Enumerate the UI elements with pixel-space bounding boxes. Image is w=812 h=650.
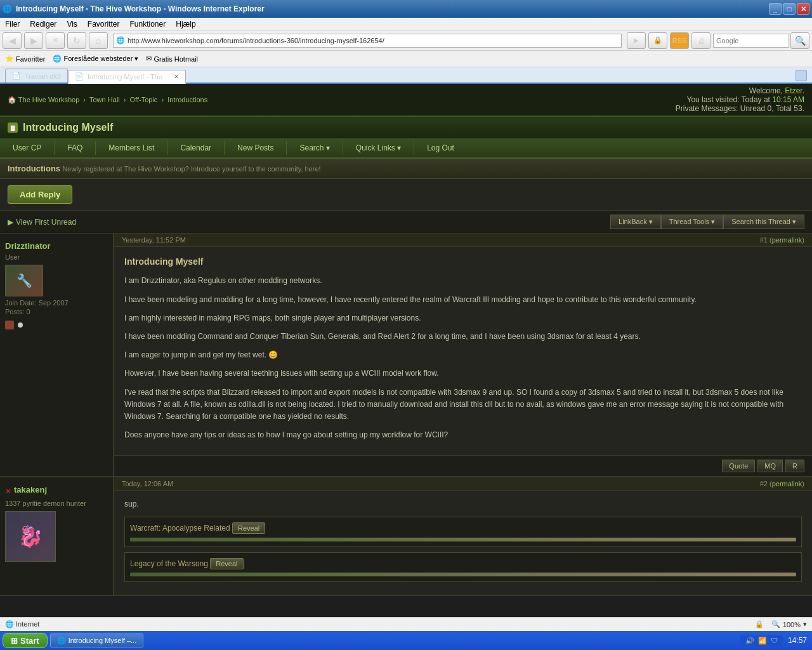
search-thread-button[interactable]: Search this Thread ▾ — [723, 215, 804, 229]
zoom-chevron-icon: ▾ — [803, 620, 807, 628]
tab-travian-label: Travian dk3 — [25, 72, 61, 80]
post-content-1: Yesterday, 11:52 PM #1 (permalink) Intro… — [114, 234, 812, 476]
poster-posts-1: Posts: 0 — [5, 308, 108, 315]
zoom-control[interactable]: 🔍 100% ▾ — [771, 620, 807, 628]
suggested-label: Foreslåede websteder ▾ — [63, 55, 138, 63]
address-bar-icon: 🌐 — [116, 36, 125, 44]
tab-travian[interactable]: 📄 Travian dk3 — [5, 69, 68, 83]
add-reply-area: Add Reply — [0, 179, 812, 211]
poster-avatar-2: 🐉 — [5, 511, 56, 562]
status-bar: 🌐 Internet 🔒 🔍 100% ▾ — [0, 617, 812, 631]
thread-tools-row: ▶ View First Unread LinkBack ▾ Thread To… — [0, 211, 812, 234]
suggested-sites[interactable]: 🌐 Foreslåede websteder ▾ — [53, 55, 138, 63]
nav-faq[interactable]: FAQ — [55, 138, 95, 157]
windows-icon: ⊞ — [11, 636, 18, 646]
post-number-1: #1 — [760, 236, 768, 244]
view-first-unread[interactable]: ▶ View First Unread — [8, 218, 76, 227]
maximize-button[interactable]: □ — [783, 3, 796, 15]
ie-search-input[interactable] — [713, 34, 789, 48]
welcome-area: Welcome, Etzer. You last visited: Today … — [676, 86, 804, 113]
taskbar-window-label: Introducing Myself –... — [69, 637, 137, 644]
breadcrumb-home[interactable]: The Hive Workshop — [18, 96, 79, 103]
post-date-1: Yesterday, 11:52 PM — [122, 236, 186, 244]
start-button[interactable]: ⊞ Start — [3, 633, 48, 648]
hotmail-link[interactable]: ✉ Gratis Hotmail — [146, 55, 198, 63]
go-button[interactable]: ▶ — [627, 32, 646, 49]
print-button[interactable]: 🖨 — [691, 32, 710, 49]
reveal-button-2[interactable]: Reveal — [210, 558, 243, 569]
taskbar-window-1[interactable]: 🌐 Introducing Myself –... — [50, 633, 144, 647]
spoiler-bar-2 — [130, 573, 796, 576]
clock-display: 14:57 — [788, 636, 807, 645]
close-button[interactable]: ✕ — [797, 3, 809, 15]
post-para-2-0: sup. — [124, 498, 802, 510]
menu-file[interactable]: Filer — [5, 20, 20, 29]
mail-icon: ✉ — [146, 55, 152, 63]
menu-help[interactable]: Hjælp — [176, 20, 195, 29]
back-button[interactable]: ◀ — [3, 32, 22, 49]
minimize-button[interactable]: _ — [769, 3, 782, 15]
home-button[interactable]: ⌂ — [89, 32, 108, 49]
thread-tools-button[interactable]: Thread Tools ▾ — [661, 215, 723, 229]
favorites-button[interactable]: ⭐ Favoritter — [5, 55, 45, 63]
last-time-link[interactable]: 10:15 AM — [772, 95, 804, 104]
taskbar-left: ⊞ Start 🌐 Introducing Myself –... — [3, 633, 143, 648]
tab-introducing[interactable]: 📄 Introducing Myself - The ... ✕ — [68, 70, 186, 84]
add-reply-button[interactable]: Add Reply — [8, 185, 72, 204]
quote-button-1[interactable]: Quote — [722, 460, 755, 472]
title-bar: 🌐 Introducing Myself - The Hive Workshop… — [0, 0, 812, 18]
refresh-button[interactable]: ↻ — [67, 32, 86, 49]
post-para-1-0: I am Drizztinator, aka Regulus on other … — [124, 275, 802, 287]
post-sidebar-2: ✕ takakenj 1337 pyritie demon hunter 🐉 — [0, 477, 114, 595]
post-num-1: #1 (permalink) — [760, 236, 804, 244]
mq-button-1[interactable]: MQ — [757, 460, 783, 472]
reply-button-1[interactable]: R — [785, 460, 804, 472]
nav-search[interactable]: Search ▾ — [287, 138, 342, 157]
post-number-2: #2 — [760, 480, 768, 488]
section-title: Introductions — [8, 164, 60, 173]
tab-close-icon[interactable]: ✕ — [174, 73, 179, 80]
security-button[interactable]: 🔒 — [648, 32, 667, 49]
post-row: Drizztinator User 🔧 Join Date: Sep 2007 … — [0, 234, 812, 477]
spoiler-bar-1 — [130, 538, 796, 541]
nav-members[interactable]: Members List — [96, 138, 167, 157]
poster-name-1[interactable]: Drizztinator — [5, 241, 108, 251]
menu-edit[interactable]: Rediger — [30, 20, 56, 29]
poster-name-2[interactable]: takakenj — [14, 485, 47, 494]
banned-icon: ✕ — [5, 487, 11, 496]
nav-newposts[interactable]: New Posts — [225, 138, 286, 157]
breadcrumb-offtopic[interactable]: Off-Topic — [130, 96, 158, 103]
breadcrumb-introductions[interactable]: Introductions — [167, 96, 207, 103]
menu-favorites[interactable]: Favoritter — [88, 20, 120, 29]
tab-icons: + — [796, 70, 807, 81]
new-tab-button[interactable]: + — [796, 70, 807, 81]
nav-usercp[interactable]: User CP — [0, 138, 54, 157]
nav-quicklinks[interactable]: Quick Links ▾ — [343, 138, 414, 157]
spoiler-title-2: Legacy of the Warsong Reveal — [130, 558, 796, 570]
nav-calendar[interactable]: Calendar — [167, 138, 224, 157]
post-num-2: #2 (permalink) — [760, 480, 804, 488]
spoiler-title-text-2: Legacy of the Warsong — [130, 559, 208, 568]
post-para-1-7: I've read that the scripts that Blizzard… — [124, 387, 802, 423]
menu-view[interactable]: Vis — [67, 20, 77, 29]
report-icon[interactable] — [5, 321, 14, 329]
post-content-2: Today, 12:06 AM #2 (permalink) sup. Warc… — [114, 477, 812, 595]
nav-logout[interactable]: Log Out — [414, 138, 467, 157]
username-link[interactable]: Etzer. — [785, 86, 804, 95]
ie-search-button[interactable]: 🔍 — [790, 32, 809, 49]
breadcrumb-townhall[interactable]: Town Hall — [89, 96, 120, 103]
reveal-button-1[interactable]: Reveal — [232, 522, 265, 534]
taskbar-right: 🔊 📶 🛡 14:57 — [740, 635, 809, 646]
post-permalink-2[interactable]: permalink — [772, 480, 802, 488]
section-header: Introductions Newly registered at The Hi… — [0, 159, 812, 179]
menu-tools[interactable]: Funktioner — [130, 20, 166, 29]
rss-button[interactable]: RSS — [670, 32, 689, 49]
hotmail-label: Gratis Hotmail — [154, 55, 198, 63]
post-permalink-1[interactable]: permalink — [772, 236, 802, 244]
forward-button[interactable]: ▶ — [24, 32, 43, 49]
linkback-button[interactable]: LinkBack ▾ — [610, 215, 661, 229]
security-tray-icon: 🛡 — [771, 637, 778, 644]
stop-button[interactable]: ✕ — [46, 32, 65, 49]
private-messages-text: Private Messages: — [676, 104, 738, 113]
address-bar[interactable]: 🌐 http://www.hiveworkshop.com/forums/int… — [113, 34, 622, 48]
